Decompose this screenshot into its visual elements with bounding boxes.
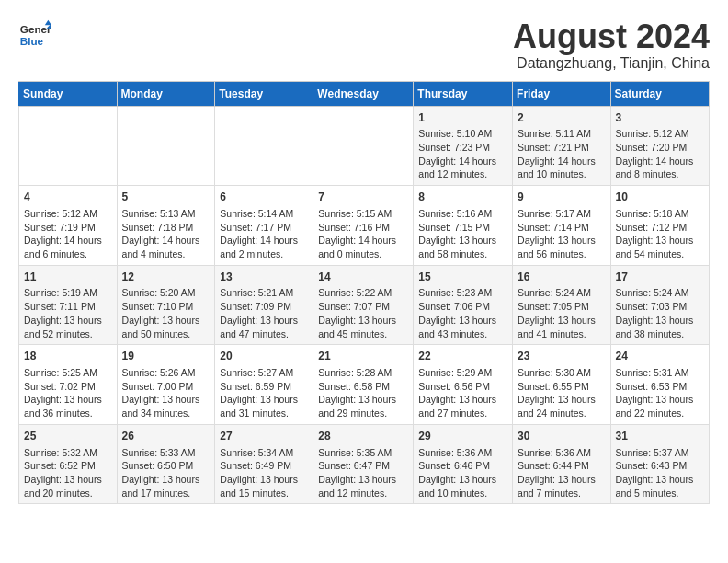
cell-info: Sunrise: 5:28 AM xyxy=(318,366,408,380)
cell-info: Daylight: 13 hours and 36 minutes. xyxy=(24,393,112,419)
calendar-week-4: 25Sunrise: 5:32 AMSunset: 6:52 PMDayligh… xyxy=(19,424,710,504)
calendar-week-2: 11Sunrise: 5:19 AMSunset: 7:11 PMDayligh… xyxy=(19,265,710,345)
page-subtitle: Datangzhuang, Tianjin, China xyxy=(513,55,710,72)
calendar-cell: 6Sunrise: 5:14 AMSunset: 7:17 PMDaylight… xyxy=(215,186,313,266)
cell-info: Daylight: 13 hours and 34 minutes. xyxy=(122,393,210,419)
calendar-cell: 30Sunrise: 5:36 AMSunset: 6:44 PMDayligh… xyxy=(513,424,611,504)
day-number: 23 xyxy=(518,349,606,364)
cell-info: Sunset: 6:56 PM xyxy=(418,380,507,394)
calendar-cell: 15Sunrise: 5:23 AMSunset: 7:06 PMDayligh… xyxy=(414,265,513,345)
cell-info: Daylight: 13 hours and 10 minutes. xyxy=(418,473,507,500)
title-block: August 2024 Datangzhuang, Tianjin, China xyxy=(513,18,710,72)
cell-info: Daylight: 14 hours and 12 minutes. xyxy=(418,155,507,181)
calendar-cell: 9Sunrise: 5:17 AMSunset: 7:14 PMDaylight… xyxy=(513,186,611,266)
header: General Blue August 2024 Datangzhuang, T… xyxy=(18,18,710,72)
day-number: 22 xyxy=(418,349,507,364)
cell-info: Sunset: 7:12 PM xyxy=(616,221,704,235)
cell-info: Sunrise: 5:22 AM xyxy=(318,286,408,300)
cell-info: Daylight: 13 hours and 47 minutes. xyxy=(220,314,308,340)
cell-info: Daylight: 14 hours and 6 minutes. xyxy=(24,234,112,260)
header-thursday: Thursday xyxy=(414,81,513,106)
cell-info: Sunset: 6:49 PM xyxy=(220,459,308,473)
cell-info: Sunrise: 5:14 AM xyxy=(220,207,308,221)
day-number: 15 xyxy=(418,270,507,285)
cell-info: Sunset: 7:10 PM xyxy=(122,300,210,314)
day-number: 19 xyxy=(122,349,210,364)
day-number: 10 xyxy=(616,190,704,205)
calendar-cell: 14Sunrise: 5:22 AMSunset: 7:07 PMDayligh… xyxy=(313,265,414,345)
day-number: 8 xyxy=(418,190,507,205)
day-number: 18 xyxy=(24,349,112,364)
calendar-cell: 3Sunrise: 5:12 AMSunset: 7:20 PMDaylight… xyxy=(610,106,709,186)
logo: General Blue xyxy=(18,18,51,52)
cell-info: Sunset: 7:21 PM xyxy=(518,141,606,155)
header-saturday: Saturday xyxy=(610,81,709,106)
cell-info: Daylight: 13 hours and 7 minutes. xyxy=(518,473,606,500)
cell-info: Sunrise: 5:37 AM xyxy=(616,446,704,460)
cell-info: Sunset: 6:58 PM xyxy=(318,380,408,394)
calendar-cell: 29Sunrise: 5:36 AMSunset: 6:46 PMDayligh… xyxy=(414,424,513,504)
calendar-week-1: 4Sunrise: 5:12 AMSunset: 7:19 PMDaylight… xyxy=(19,186,710,266)
day-number: 6 xyxy=(220,190,308,205)
cell-info: Sunset: 7:16 PM xyxy=(318,221,408,235)
day-number: 9 xyxy=(518,190,606,205)
calendar-cell: 26Sunrise: 5:33 AMSunset: 6:50 PMDayligh… xyxy=(117,424,215,504)
header-friday: Friday xyxy=(513,81,611,106)
cell-info: Daylight: 13 hours and 29 minutes. xyxy=(318,393,408,419)
cell-info: Sunrise: 5:27 AM xyxy=(220,366,308,380)
cell-info: Daylight: 13 hours and 50 minutes. xyxy=(122,314,210,340)
cell-info: Sunrise: 5:33 AM xyxy=(122,446,210,460)
day-number: 1 xyxy=(418,110,507,126)
calendar-cell xyxy=(313,106,414,186)
cell-info: Sunset: 7:15 PM xyxy=(418,221,507,235)
calendar-cell: 25Sunrise: 5:32 AMSunset: 6:52 PMDayligh… xyxy=(19,424,118,504)
day-number: 5 xyxy=(122,190,210,205)
day-number: 17 xyxy=(616,270,704,285)
cell-info: Daylight: 14 hours and 4 minutes. xyxy=(122,234,210,260)
calendar-week-0: 1Sunrise: 5:10 AMSunset: 7:23 PMDaylight… xyxy=(19,106,710,186)
cell-info: Sunset: 7:03 PM xyxy=(616,300,704,314)
day-number: 16 xyxy=(518,270,606,285)
cell-info: Sunrise: 5:34 AM xyxy=(220,446,308,460)
cell-info: Sunrise: 5:20 AM xyxy=(122,286,210,300)
cell-info: Daylight: 13 hours and 31 minutes. xyxy=(220,393,308,419)
cell-info: Daylight: 13 hours and 20 minutes. xyxy=(24,473,112,500)
header-wednesday: Wednesday xyxy=(313,81,414,106)
cell-info: Sunset: 7:17 PM xyxy=(220,221,308,235)
cell-info: Sunset: 6:44 PM xyxy=(518,459,606,473)
cell-info: Sunset: 7:09 PM xyxy=(220,300,308,314)
cell-info: Daylight: 14 hours and 2 minutes. xyxy=(220,234,308,260)
day-number: 12 xyxy=(122,270,210,285)
day-number: 4 xyxy=(24,190,112,205)
calendar-cell: 10Sunrise: 5:18 AMSunset: 7:12 PMDayligh… xyxy=(610,186,709,266)
calendar-cell xyxy=(19,106,118,186)
cell-info: Sunrise: 5:36 AM xyxy=(518,446,606,460)
calendar-cell xyxy=(117,106,215,186)
day-number: 24 xyxy=(616,349,704,364)
cell-info: Sunrise: 5:29 AM xyxy=(418,366,507,380)
calendar-cell: 27Sunrise: 5:34 AMSunset: 6:49 PMDayligh… xyxy=(215,424,313,504)
calendar-cell: 22Sunrise: 5:29 AMSunset: 6:56 PMDayligh… xyxy=(414,345,513,425)
cell-info: Sunset: 6:50 PM xyxy=(122,459,210,473)
cell-info: Sunrise: 5:23 AM xyxy=(418,286,507,300)
cell-info: Daylight: 13 hours and 22 minutes. xyxy=(616,393,704,419)
cell-info: Daylight: 13 hours and 12 minutes. xyxy=(318,473,408,500)
day-number: 7 xyxy=(318,190,408,205)
cell-info: Sunrise: 5:24 AM xyxy=(616,286,704,300)
cell-info: Sunset: 6:52 PM xyxy=(24,459,112,473)
cell-info: Daylight: 13 hours and 41 minutes. xyxy=(518,314,606,340)
calendar-cell: 19Sunrise: 5:26 AMSunset: 7:00 PMDayligh… xyxy=(117,345,215,425)
cell-info: Sunset: 6:47 PM xyxy=(318,459,408,473)
svg-text:Blue: Blue xyxy=(20,35,44,47)
header-sunday: Sunday xyxy=(19,81,118,106)
cell-info: Sunset: 6:43 PM xyxy=(616,459,704,473)
cell-info: Sunrise: 5:26 AM xyxy=(122,366,210,380)
cell-info: Sunrise: 5:19 AM xyxy=(24,286,112,300)
cell-info: Daylight: 13 hours and 27 minutes. xyxy=(418,393,507,419)
cell-info: Sunset: 7:18 PM xyxy=(122,221,210,235)
calendar-cell: 2Sunrise: 5:11 AMSunset: 7:21 PMDaylight… xyxy=(513,106,611,186)
page-title: August 2024 xyxy=(513,18,710,55)
calendar-cell: 18Sunrise: 5:25 AMSunset: 7:02 PMDayligh… xyxy=(19,345,118,425)
calendar-cell: 11Sunrise: 5:19 AMSunset: 7:11 PMDayligh… xyxy=(19,265,118,345)
cell-info: Sunrise: 5:35 AM xyxy=(318,446,408,460)
